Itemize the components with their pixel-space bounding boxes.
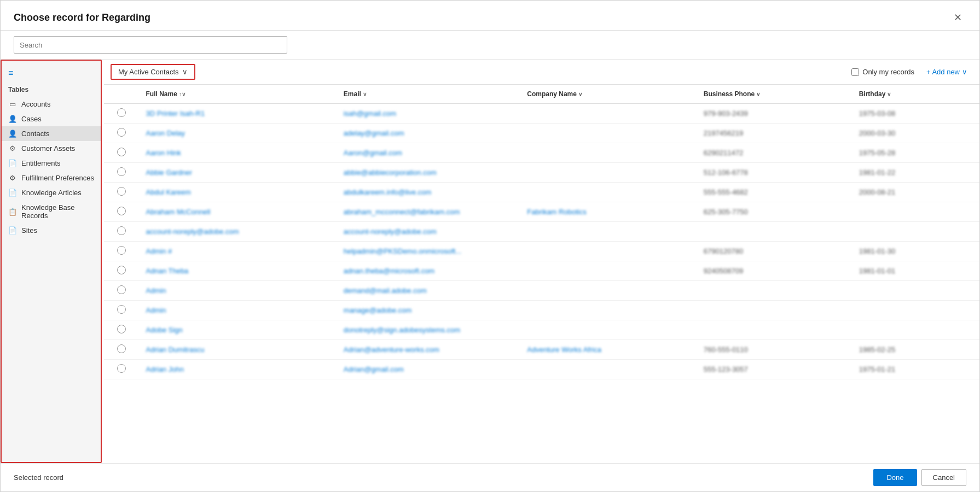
sidebar-item-sites[interactable]: 📄 Sites (2, 223, 101, 238)
row-email[interactable]: abdulkareem.info@live.com (337, 183, 520, 202)
row-company (520, 104, 697, 124)
row-email[interactable]: abbie@abbiecorporation.com (337, 163, 520, 183)
col-header-email[interactable]: Email ∨ (337, 85, 520, 104)
row-select-cell[interactable] (104, 360, 140, 379)
row-radio[interactable] (117, 207, 126, 215)
row-select-cell[interactable] (104, 222, 140, 242)
row-radio[interactable] (117, 128, 126, 137)
row-select-cell[interactable] (104, 124, 140, 143)
row-radio[interactable] (117, 325, 126, 333)
row-company (520, 183, 697, 202)
row-fullname[interactable]: Adobe Sign (140, 320, 337, 340)
sidebar-item-contacts[interactable]: 👤 Contacts (2, 126, 101, 141)
row-email[interactable]: account-noreply@adobe.com (337, 222, 520, 242)
sidebar-item-knowledge-base-records[interactable]: 📋 Knowledge Base Records (2, 200, 101, 223)
row-select-cell[interactable] (104, 143, 140, 163)
col-header-company[interactable]: Company Name ∨ (520, 85, 697, 104)
table-row: Admin #helpadmin@PKSDemo.onmicrosoft...6… (104, 242, 979, 261)
sidebar-item-label: Entitlements (21, 159, 61, 167)
company-sort-icon: ∨ (578, 91, 582, 97)
row-radio[interactable] (117, 344, 126, 353)
row-select-cell[interactable] (104, 320, 140, 340)
cancel-button[interactable]: Cancel (921, 469, 966, 486)
done-button[interactable]: Done (873, 469, 917, 486)
row-email[interactable]: adnan.theba@microsoft.com (337, 261, 520, 281)
row-birthday: 1981-01-01 (853, 261, 979, 281)
sidebar-item-knowledge-articles[interactable]: 📄 Knowledge Articles (2, 185, 101, 200)
row-email[interactable]: manage@adobe.com (337, 301, 520, 320)
row-fullname[interactable]: Aaron Hink (140, 143, 337, 163)
sidebar-item-accounts[interactable]: ▭ Accounts (2, 97, 101, 112)
table-row: Adrian DumitrascuAdrian@adventure-works.… (104, 340, 979, 360)
row-fullname[interactable]: Admin (140, 301, 337, 320)
row-email[interactable]: abraham_mcconnect@fabrikam.com (337, 202, 520, 222)
row-email[interactable]: Adrian@gmail.com (337, 360, 520, 379)
close-button[interactable]: ✕ (949, 9, 966, 26)
row-fullname[interactable]: Adrian Dumitrascu (140, 340, 337, 360)
table-row: Adobe Signdonotreply@sign.adobesystems.c… (104, 320, 979, 340)
sidebar-item-entitlements[interactable]: 📄 Entitlements (2, 156, 101, 171)
row-email[interactable]: isah@gmail.com (337, 104, 520, 124)
row-fullname[interactable]: Adrian John (140, 360, 337, 379)
row-fullname[interactable]: Admin # (140, 242, 337, 261)
cases-icon: 👤 (8, 115, 17, 123)
row-phone: 6790120780 (697, 242, 853, 261)
row-select-cell[interactable] (104, 104, 140, 124)
col-header-select (104, 85, 140, 104)
col-header-birthday[interactable]: Birthday ∨ (853, 85, 979, 104)
row-company (520, 281, 697, 301)
sidebar: ≡ Tables ▭ Accounts 👤 Cases 👤 Contacts ⚙… (1, 60, 102, 463)
row-fullname[interactable]: Adnan Theba (140, 261, 337, 281)
row-fullname[interactable]: Abraham McConnell (140, 202, 337, 222)
row-phone: 555-123-3057 (697, 360, 853, 379)
sidebar-item-fulfillment-preferences[interactable]: ⚙ Fulfillment Preferences (2, 171, 101, 185)
row-select-cell[interactable] (104, 183, 140, 202)
row-email[interactable]: Adrian@adventure-works.com (337, 340, 520, 360)
only-my-records-checkbox[interactable] (851, 68, 859, 76)
row-select-cell[interactable] (104, 202, 140, 222)
row-select-cell[interactable] (104, 261, 140, 281)
sidebar-item-cases[interactable]: 👤 Cases (2, 112, 101, 126)
row-select-cell[interactable] (104, 163, 140, 183)
row-radio[interactable] (117, 305, 126, 314)
row-select-cell[interactable] (104, 281, 140, 301)
row-select-cell[interactable] (104, 301, 140, 320)
main-area: ≡ Tables ▭ Accounts 👤 Cases 👤 Contacts ⚙… (1, 60, 979, 463)
row-email[interactable]: donotreply@sign.adobesystems.com (337, 320, 520, 340)
row-radio[interactable] (117, 364, 126, 373)
sidebar-item-customer-assets[interactable]: ⚙ Customer Assets (2, 141, 101, 156)
hamburger-icon[interactable]: ≡ (2, 65, 101, 84)
accounts-icon: ▭ (8, 100, 17, 108)
row-select-cell[interactable] (104, 242, 140, 261)
row-radio[interactable] (117, 167, 126, 176)
add-new-button[interactable]: + Add new ∨ (923, 66, 971, 78)
row-email[interactable]: helpadmin@PKSDemo.onmicrosoft... (337, 242, 520, 261)
row-select-cell[interactable] (104, 340, 140, 360)
sidebar-item-label: Customer Assets (21, 144, 75, 153)
email-sort-icon: ∨ (363, 91, 367, 97)
row-radio[interactable] (117, 148, 126, 156)
row-company (520, 261, 697, 281)
row-fullname[interactable]: 3D Printer Isah-R1 (140, 104, 337, 124)
row-radio[interactable] (117, 285, 126, 294)
row-radio[interactable] (117, 266, 126, 274)
search-input[interactable] (14, 36, 287, 54)
row-fullname[interactable]: account-noreply@adobe.com (140, 222, 337, 242)
view-selector-button[interactable]: My Active Contacts ∨ (111, 64, 195, 80)
row-fullname[interactable]: Abbie Gardner (140, 163, 337, 183)
row-email[interactable]: Aaron@gmail.com (337, 143, 520, 163)
row-fullname[interactable]: Abdul Kareem (140, 183, 337, 202)
row-radio[interactable] (117, 226, 126, 235)
row-email[interactable]: adelay@gmail.com (337, 124, 520, 143)
col-header-fullname[interactable]: Full Name ↑∨ (140, 85, 337, 104)
row-radio[interactable] (117, 108, 126, 117)
row-company (520, 163, 697, 183)
row-fullname[interactable]: Aaron Delay (140, 124, 337, 143)
only-my-records-label[interactable]: Only my records (851, 68, 914, 76)
row-radio[interactable] (117, 246, 126, 255)
row-fullname[interactable]: Admin (140, 281, 337, 301)
col-header-phone[interactable]: Business Phone ∨ (697, 85, 853, 104)
birthday-sort-icon: ∨ (887, 91, 891, 97)
row-radio[interactable] (117, 187, 126, 196)
row-email[interactable]: demand@mail.adobe.com (337, 281, 520, 301)
